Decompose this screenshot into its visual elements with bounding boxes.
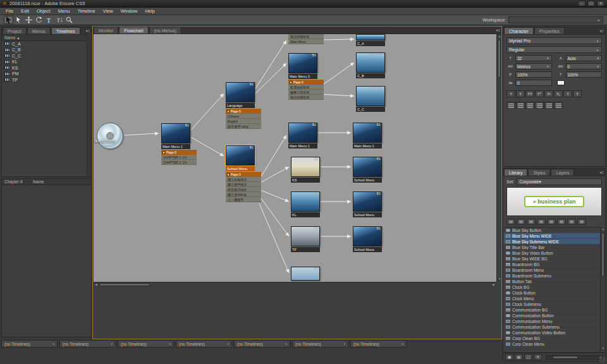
buttons-filter-icon[interactable] <box>517 219 525 225</box>
menu-object[interactable]: Object <box>33 8 54 14</box>
project-tab-menus[interactable]: Menus <box>27 27 51 34</box>
flowchart-node-main-menu-3[interactable]: B1Main Menu 3Page 0航運技術領域輪機工程領域海洋休閒領域 <box>288 53 324 100</box>
library-item[interactable]: Button Tab <box>504 279 600 284</box>
chapter-name-column-header[interactable]: Name <box>33 179 44 184</box>
flowchart-node-c-c-timeline[interactable]: A2 S2 C1C_C <box>356 86 391 112</box>
timeline-list-item[interactable]: TP <box>2 77 91 83</box>
library-item[interactable]: Corp Clean Menu <box>504 341 600 347</box>
font-size-select[interactable]: 32 ▾ <box>515 55 552 61</box>
library-item[interactable]: Communication BG <box>504 307 600 313</box>
vertical-scale-field[interactable]: 100% <box>515 71 552 78</box>
scrollbar-thumb[interactable] <box>99 283 150 286</box>
timelines-dock-tab[interactable]: (no Timelines)▾ <box>59 340 116 348</box>
scroll-up-icon[interactable]: ▲ <box>601 227 606 232</box>
flowchart-node-school-menu-c[interactable]: B1School Menu <box>353 191 388 217</box>
workspace-select[interactable]: ▾ <box>508 16 603 23</box>
text-tool-icon[interactable]: T <box>44 16 54 24</box>
panel-menu-icon[interactable]: ▾≡ <box>599 28 604 33</box>
flowchart-node-ks-timeline[interactable]: C1KS <box>291 157 326 183</box>
library-scrollbar[interactable]: ▲ ▼ <box>600 227 605 351</box>
place-item-button[interactable]: ▣ <box>505 354 513 360</box>
scroll-down-icon[interactable]: ▼ <box>601 346 606 351</box>
kerning-select[interactable]: Metrics ▾ <box>515 63 552 70</box>
flowchart-node-c-b-timeline[interactable]: A2 S2 C1C_B <box>356 52 391 78</box>
library-item[interactable]: Communication Menu <box>504 318 600 324</box>
flowchart-node-school-menu-d[interactable]: B1School Menu <box>353 226 388 252</box>
flowchart-node-school-menu-b[interactable]: B1School Menu <box>353 157 388 183</box>
menu-timeline[interactable]: Timeline <box>73 8 99 14</box>
flowchart-node-main-menu-2-partial[interactable]: 海洋休閒領域Main Menu <box>288 34 324 44</box>
timelines-scrollbar[interactable] <box>87 33 91 176</box>
flowchart-vertical-scrollbar[interactable]: ▲ ▼ <box>496 34 501 282</box>
flowchart-canvas[interactable]: 海事初階競賽B1Main Menu 1Page 0CHAPTER 1: ChCH… <box>94 34 496 282</box>
shapes-filter-icon[interactable] <box>567 219 576 225</box>
tracking-select[interactable]: 0 ▾ <box>566 63 603 70</box>
timelines-dock-tab[interactable]: (no Timelines)▾ <box>176 340 232 348</box>
justify-last-left-button[interactable] <box>535 102 544 109</box>
direct-selection-tool-icon[interactable] <box>14 16 23 24</box>
replacement-filter-icon[interactable] <box>577 219 586 225</box>
layersets-filter-icon[interactable] <box>547 219 556 225</box>
maximize-button[interactable]: ▢ <box>587 1 595 6</box>
library-item[interactable]: Communication Video Button <box>504 330 600 336</box>
timeline-list-item[interactable]: C_A <box>2 41 91 47</box>
timelines-name-header[interactable]: Name ▴ <box>2 35 91 41</box>
flowchart-node-main-menu-1-b[interactable]: B1Main Menu 1 <box>288 123 324 149</box>
library-item[interactable]: Boardroom Submenu <box>504 273 600 279</box>
justify-last-center-button[interactable] <box>544 102 553 109</box>
timeline-list-item[interactable]: C_C <box>2 53 91 59</box>
minimize-button[interactable]: – <box>578 1 586 6</box>
scroll-left-icon[interactable]: ◀ <box>94 282 99 288</box>
library-item[interactable]: Blue Sky WIDE BG <box>504 256 600 262</box>
flowchart-node-disc[interactable]: 海事初階競賽 <box>97 123 132 154</box>
scroll-right-icon[interactable]: ▶ <box>491 282 496 288</box>
library-tab-library[interactable]: Library <box>504 169 527 176</box>
flowchart-node-tp-timeline[interactable]: C1TP <box>291 226 326 252</box>
scrollbar-thumb[interactable] <box>553 356 578 359</box>
superscript-button[interactable]: T¹ <box>544 90 553 97</box>
text-filter-icon[interactable] <box>557 219 566 225</box>
timeline-list-item[interactable]: C_B <box>2 47 91 54</box>
font-style-select[interactable]: Regular ▾ <box>506 46 602 53</box>
library-item[interactable]: Communication Button <box>504 313 600 318</box>
scrollbar-thumb[interactable] <box>601 233 604 277</box>
library-horizontal-scrollbar[interactable] <box>546 355 603 360</box>
library-tab-styles[interactable]: Styles <box>528 169 550 176</box>
rotate-tool-icon[interactable] <box>34 16 44 24</box>
flowchart-node-language-menu[interactable]: B1LanguagePage 0ChineseEnglish語言選擇 Lang <box>226 82 261 129</box>
character-tab-properties[interactable]: Properties <box>534 27 565 34</box>
strikethrough-button[interactable]: T <box>573 90 582 97</box>
library-item[interactable]: Blue Sky Button <box>504 228 600 233</box>
small-caps-button[interactable]: Tᵀ <box>535 90 544 97</box>
library-item[interactable]: Blue Sky Submenu WIDE <box>504 239 600 245</box>
new-button-button[interactable]: ▢ <box>524 354 532 360</box>
library-item[interactable]: Clock Menu <box>504 296 600 301</box>
center-tab-monitor[interactable]: Monitor <box>94 27 118 33</box>
flowchart-node-main-menu-1-c[interactable]: B1Main Menu 1 <box>353 123 388 149</box>
delete-item-button[interactable]: ✕ <box>534 354 542 360</box>
new-menu-button[interactable]: ▤ <box>515 354 523 360</box>
menu-help[interactable]: Help <box>141 8 158 14</box>
underline-button[interactable]: T <box>563 90 572 97</box>
title-bar[interactable]: 20081118.ncor - Adobe Encore CS5 – ▢ ✕ <box>0 0 607 8</box>
align-left-button[interactable] <box>506 102 515 109</box>
menu-edit[interactable]: Edit <box>17 8 33 14</box>
flowchart-node-pm-timeline-partial[interactable]: C4 <box>291 267 326 281</box>
panel-menu-icon[interactable]: ▾≡ <box>599 170 604 174</box>
flowchart-node-kl-timeline[interactable]: C1KL <box>291 191 326 217</box>
menu-view[interactable]: View <box>99 8 117 14</box>
backgrounds-filter-icon[interactable] <box>537 219 546 225</box>
library-item[interactable]: Communication Submenu <box>504 324 600 330</box>
scrollbar-thumb[interactable] <box>498 40 501 78</box>
library-tab-layers[interactable]: Layers <box>551 169 574 176</box>
library-item[interactable]: Clock Submenu <box>504 301 600 307</box>
timeline-list-item[interactable]: PM <box>2 71 91 78</box>
library-item[interactable]: Clock BG <box>504 284 600 290</box>
menu-menu[interactable]: Menu <box>54 8 74 14</box>
library-set-select[interactable]: Corporate ▾ <box>517 178 602 185</box>
zoom-tool-icon[interactable] <box>64 16 74 24</box>
menu-file[interactable]: File <box>2 8 17 14</box>
text-color-swatch[interactable] <box>557 80 565 85</box>
justify-full-button[interactable] <box>554 102 563 109</box>
images-filter-icon[interactable] <box>527 219 536 225</box>
